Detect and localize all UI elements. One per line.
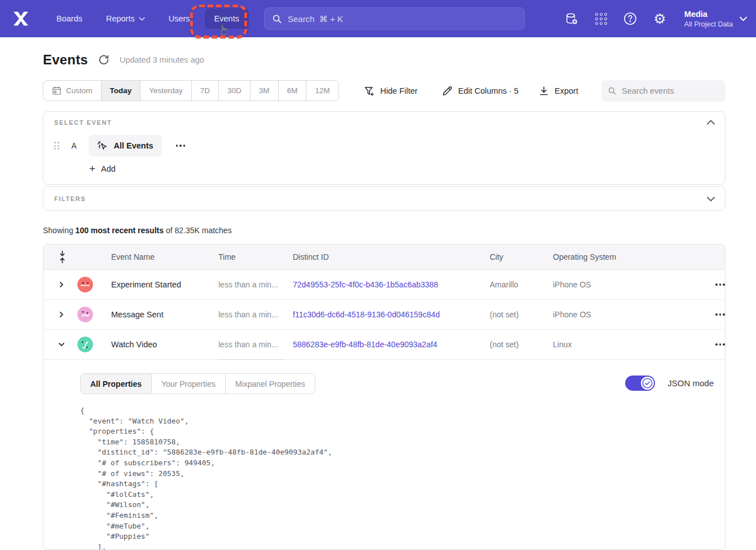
nav-item-label: Boards	[56, 14, 82, 23]
date-range-label: 7D	[200, 86, 210, 95]
nav-item-events[interactable]: Events	[205, 8, 249, 29]
filter-icon	[364, 86, 375, 97]
os-cell: iPhone OS	[553, 280, 666, 289]
nav-item-boards[interactable]: Boards	[50, 8, 89, 29]
tab-mixpanel-properties[interactable]: Mixpanel Properties	[226, 374, 315, 394]
date-range-today[interactable]: Today	[102, 81, 141, 101]
drag-handle-icon[interactable]	[54, 142, 59, 150]
city-cell: (not set)	[490, 310, 553, 319]
toggle-knob	[641, 377, 654, 390]
pencil-icon	[442, 86, 452, 97]
export-button[interactable]: Export	[539, 82, 578, 100]
hide-filter-label: Hide Filter	[380, 86, 417, 95]
row-expand-chevron-icon[interactable]	[57, 340, 66, 349]
table-row[interactable]: Message Sent less than a min... f11c30d6…	[43, 300, 725, 330]
primary-nav: Boards Reports Users Events	[50, 8, 249, 29]
nav-item-users[interactable]: Users	[162, 8, 197, 29]
refresh-icon[interactable]	[98, 54, 109, 66]
event-select-chip[interactable]: All Events	[89, 135, 162, 156]
row-expand-chevron-icon[interactable]	[57, 280, 66, 289]
chevron-up-icon[interactable]	[707, 120, 715, 125]
search-icon	[608, 86, 616, 95]
calendar-icon	[52, 86, 61, 95]
distinct-id-link[interactable]: 72d49553-25fc-4f0c-b436-1b5ac6ab3388	[293, 280, 490, 289]
event-name-cell: Experiment Started	[111, 280, 218, 289]
add-event-button[interactable]: + Add	[89, 163, 116, 174]
global-search-input[interactable]	[288, 14, 516, 24]
hide-filter-button[interactable]: Hide Filter	[364, 82, 417, 100]
event-avatar	[77, 277, 93, 293]
column-header-city[interactable]: City	[490, 252, 553, 261]
magic-cursor-icon	[97, 140, 108, 151]
nav-item-reports[interactable]: Reports	[99, 8, 152, 29]
page-title: Events	[43, 52, 88, 68]
os-cell: iPhone OS	[553, 310, 666, 319]
time-cell: less than a min...	[218, 280, 293, 289]
column-header-os[interactable]: Operating System	[553, 252, 666, 261]
date-range-label: 6M	[287, 86, 298, 95]
navbar-right: ⚙ Media All Project Data	[565, 0, 747, 37]
summary-suffix: of 82.35K matches	[164, 226, 232, 235]
summary-count: 100 most recent results	[76, 226, 164, 235]
city-cell: (not set)	[490, 340, 553, 349]
export-label: Export	[555, 86, 578, 95]
chevron-down-icon	[740, 16, 747, 21]
apps-grid-icon[interactable]	[594, 12, 608, 26]
date-range-label: Custom	[66, 86, 93, 95]
date-range-custom[interactable]: Custom	[43, 81, 102, 101]
table-row[interactable]: Experiment Started less than a min... 72…	[43, 270, 725, 300]
date-range-12m[interactable]: 12M	[306, 81, 338, 101]
column-header-event-name[interactable]: Event Name	[111, 252, 218, 261]
select-event-label: SELECT EVENT	[54, 119, 112, 126]
event-name-cell: Message Sent	[111, 310, 218, 319]
event-chip-label: All Events	[114, 141, 153, 150]
event-selector-row: A All Events	[54, 135, 188, 156]
edit-columns-button[interactable]: Edit Columns · 5	[442, 82, 518, 100]
date-range-label: 12M	[315, 86, 329, 95]
project-name: Media	[684, 9, 733, 20]
search-icon	[272, 14, 282, 24]
tab-all-properties[interactable]: All Properties	[81, 374, 152, 394]
event-json-viewer: { "event": "Watch Video", "properties": …	[80, 405, 714, 550]
events-search[interactable]	[601, 80, 726, 102]
events-search-input[interactable]	[622, 86, 719, 95]
properties-tabs: All PropertiesYour PropertiesMixpanel Pr…	[80, 373, 315, 394]
date-range-6m[interactable]: 6M	[279, 81, 307, 101]
row-more-button[interactable]	[712, 310, 726, 319]
tab-your-properties[interactable]: Your Properties	[152, 374, 226, 394]
page-header: Events Updated 3 minutes ago	[43, 52, 204, 68]
date-range-30d[interactable]: 30D	[219, 81, 250, 101]
mixpanel-logo-icon[interactable]	[11, 10, 30, 27]
column-header-time[interactable]: Time	[218, 252, 293, 261]
date-range-7d[interactable]: 7D	[192, 81, 219, 101]
row-more-button[interactable]	[712, 280, 726, 289]
download-icon	[539, 86, 549, 96]
column-header-distinct-id[interactable]: Distinct ID	[293, 252, 490, 261]
global-search[interactable]	[264, 7, 525, 30]
date-range-control: CustomTodayYesterday7D30D3M6M12M	[43, 80, 339, 101]
distinct-id-link[interactable]: 5886283e-e9fb-48fb-81de-40e9093a2af4	[293, 340, 490, 349]
row-more-button[interactable]	[712, 340, 726, 349]
chevron-down-icon[interactable]	[707, 197, 715, 202]
plus-icon: +	[89, 163, 95, 174]
help-icon[interactable]	[623, 12, 638, 26]
event-row-letter: A	[72, 141, 78, 150]
city-cell: Amarillo	[490, 280, 553, 289]
controls-row: CustomTodayYesterday7D30D3M6M12M Hide Fi…	[0, 80, 756, 102]
distinct-id-link[interactable]: f11c30d6-dc6d-4518-9136-0d046159c84d	[293, 310, 490, 319]
date-range-yesterday[interactable]: Yesterday	[140, 81, 192, 101]
table-header-row: Event Name Time Distinct ID City Operati…	[43, 245, 725, 270]
row-expand-chevron-icon[interactable]	[57, 310, 66, 319]
settings-gear-icon[interactable]: ⚙	[653, 12, 667, 26]
time-cell: less than a min...	[218, 340, 293, 349]
table-row[interactable]: Watch Video less than a min... 5886283e-…	[43, 330, 725, 360]
date-range-3m[interactable]: 3M	[250, 81, 279, 101]
project-switcher[interactable]: Media All Project Data	[684, 9, 747, 29]
data-management-icon[interactable]	[565, 12, 579, 26]
event-more-button[interactable]	[173, 141, 189, 150]
json-mode-toggle[interactable]	[625, 376, 655, 391]
os-cell: Linux	[553, 340, 666, 349]
json-mode-control: JSON mode	[625, 376, 714, 391]
chevron-down-icon	[139, 17, 145, 21]
collapse-all-icon[interactable]	[57, 251, 67, 263]
